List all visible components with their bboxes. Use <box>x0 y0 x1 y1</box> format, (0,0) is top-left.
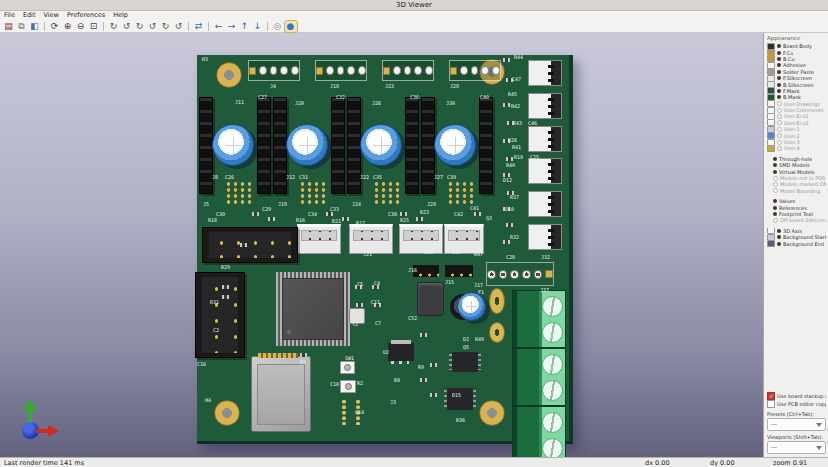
menu-edit[interactable]: Edit <box>19 11 40 20</box>
pad-grid <box>298 180 326 204</box>
viewport-3d[interactable]: H3J4J18J23J28J11C27J20C32J26C36J30C40J8C… <box>0 33 763 457</box>
visibility-eye-icon[interactable] <box>777 127 782 132</box>
visibility-eye-icon[interactable] <box>777 229 781 233</box>
move-right-icon[interactable]: → <box>226 21 238 32</box>
smd-component <box>252 212 259 216</box>
visibility-eye-icon[interactable] <box>777 101 782 106</box>
item-label: Background End <box>783 241 824 247</box>
visibility-eye-icon[interactable] <box>777 63 781 67</box>
visibility-eye-icon[interactable] <box>773 199 777 203</box>
toolbar: ▤⧉◧⟳⊕⊖⊡↻↺↻↺↻↺⇄←→↑↓◎● <box>0 20 828 33</box>
screw-terminal-block <box>512 406 566 457</box>
silkscreen-label: R21 <box>332 219 341 224</box>
raytracing-icon[interactable]: ● <box>285 21 297 32</box>
rotate-z-ccw-icon[interactable]: ↺ <box>173 21 185 32</box>
rotate-y-cw-icon[interactable]: ↻ <box>134 21 146 32</box>
socket-header <box>347 97 361 194</box>
silkscreen-label: J3 <box>390 400 396 405</box>
silkscreen-label: D15 <box>452 393 461 398</box>
silkscreen-label: D10 <box>505 207 514 212</box>
visibility-eye-icon[interactable] <box>777 83 781 87</box>
color-swatch[interactable] <box>767 145 775 151</box>
visibility-eye-icon[interactable] <box>773 157 777 161</box>
checkbox-icon[interactable] <box>767 400 775 408</box>
visibility-eye-icon[interactable] <box>773 182 778 187</box>
visibility-eye-icon[interactable] <box>777 235 781 239</box>
smd-component <box>222 295 229 299</box>
dy-status: dy 0.00 <box>710 458 735 467</box>
appearance-item-model-bounding[interactable]: Model Bounding <box>767 188 826 194</box>
silkscreen-label: U2 <box>383 350 389 355</box>
checkbox-use-board-stackup-colors[interactable]: Use board stackup colors <box>767 392 826 400</box>
silkscreen-label: R45 <box>508 92 517 97</box>
zoom-fit-icon[interactable]: ⊡ <box>88 21 100 32</box>
silkscreen-label: C10 <box>330 382 339 387</box>
silkscreen-label: J15 <box>445 280 454 285</box>
appearance-item-models-marked-dnp[interactable]: Models marked DNP <box>767 181 826 187</box>
smd-component <box>342 217 349 221</box>
visibility-eye-icon[interactable] <box>777 133 782 138</box>
socket-header <box>257 97 271 194</box>
visibility-eye-icon[interactable] <box>777 44 781 48</box>
visibility-eye-icon[interactable] <box>777 51 781 55</box>
appearance-item-user-4[interactable]: User.4 <box>767 145 826 151</box>
item-label: B.Cu <box>783 56 795 62</box>
visibility-eye-icon[interactable] <box>777 242 781 246</box>
smd-component <box>503 103 510 107</box>
checkbox-use-pcb-editor-copper-colo[interactable]: Use PCB editor copper colo <box>767 400 826 408</box>
orthographic-projection-icon[interactable]: ◎ <box>272 21 284 32</box>
visibility-eye-icon[interactable] <box>773 218 778 223</box>
visibility-eye-icon[interactable] <box>777 89 781 93</box>
color-swatch[interactable] <box>767 101 775 107</box>
viewports-select[interactable]: --- <box>767 441 826 454</box>
move-down-icon[interactable]: ↓ <box>252 21 264 32</box>
visibility-eye-icon[interactable] <box>777 95 781 99</box>
color-checkboxes: Use board stackup colorsUse PCB editor c… <box>767 392 826 408</box>
titlebar: 3D Viewer <box>0 0 828 11</box>
visibility-eye-icon[interactable] <box>777 140 782 145</box>
menu-file[interactable]: File <box>0 11 19 20</box>
reload-board-icon[interactable]: ▤ <box>3 21 15 32</box>
visibility-eye-icon[interactable] <box>777 146 782 151</box>
menu-view[interactable]: View <box>39 11 62 20</box>
visibility-eye-icon[interactable] <box>777 70 781 74</box>
visibility-eye-icon[interactable] <box>777 120 782 125</box>
redraw-icon[interactable]: ⟳ <box>49 21 61 32</box>
copy-image-icon[interactable]: ⧉ <box>16 21 28 32</box>
color-swatch[interactable] <box>767 69 775 75</box>
checkbox-icon[interactable] <box>767 392 775 400</box>
flip-board-icon[interactable]: ⇄ <box>193 21 205 32</box>
move-left-icon[interactable]: ← <box>213 21 225 32</box>
visibility-eye-icon[interactable] <box>777 114 782 119</box>
rotate-y-ccw-icon[interactable]: ↺ <box>147 21 159 32</box>
silkscreen-label: C46 <box>528 121 537 126</box>
silkscreen-label: R47 <box>474 252 483 257</box>
rotate-x-ccw-icon[interactable]: ↺ <box>121 21 133 32</box>
silkscreen-label: C35 <box>373 175 382 180</box>
appearance-item-off-board-silkscreen[interactable]: Off-board Silkscreen <box>767 217 826 223</box>
visibility-eye-icon[interactable] <box>777 76 781 80</box>
presets-select[interactable]: --- <box>767 418 826 431</box>
statusbar: Last render time 141 ms dx 0.00 dy 0.00 … <box>0 457 828 467</box>
menu-help[interactable]: Help <box>109 11 132 20</box>
visibility-eye-icon[interactable] <box>773 163 777 167</box>
rotate-z-cw-icon[interactable]: ↻ <box>160 21 172 32</box>
zoom-in-icon[interactable]: ⊕ <box>62 21 74 32</box>
rotate-x-cw-icon[interactable]: ↻ <box>108 21 120 32</box>
silkscreen-label: D12 <box>503 178 512 183</box>
item-label: User.Drawings <box>784 101 820 107</box>
visibility-eye-icon[interactable] <box>773 176 778 181</box>
visibility-eye-icon[interactable] <box>777 57 781 61</box>
move-up-icon[interactable]: ↑ <box>239 21 251 32</box>
visibility-eye-icon[interactable] <box>773 212 777 216</box>
color-swatch[interactable] <box>767 132 775 138</box>
visibility-eye-icon[interactable] <box>773 206 777 210</box>
visibility-eye-icon[interactable] <box>777 108 782 113</box>
visibility-eye-icon[interactable] <box>773 170 777 174</box>
zoom-out-icon[interactable]: ⊖ <box>75 21 87 32</box>
appearance-item-models-not-in-pos[interactable]: Models not in POS <box>767 175 826 181</box>
menu-preferences[interactable]: Preferences <box>63 11 109 20</box>
render-view-icon[interactable]: ◧ <box>29 21 41 32</box>
item-label: User.2 <box>784 133 800 139</box>
visibility-eye-icon[interactable] <box>773 188 778 193</box>
